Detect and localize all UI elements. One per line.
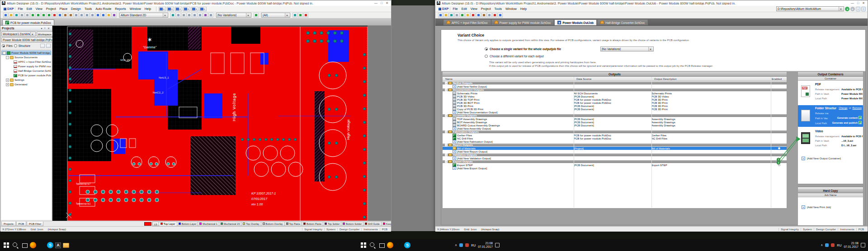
layer-tab-keep-out-layer[interactable]: Keep-Out Layer [382, 222, 391, 226]
utility-tool[interactable] [167, 7, 174, 11]
maximize-button[interactable]: □ [381, 1, 382, 5]
menu-file[interactable]: File [16, 7, 24, 11]
status-panel-system[interactable]: System [801, 228, 814, 231]
menu-window[interactable]: Window [128, 7, 143, 11]
copy-icon[interactable] [476, 13, 481, 18]
status-panel-design-compiler[interactable]: Design Compiler [814, 228, 838, 231]
per-output-variant-radio[interactable] [485, 55, 488, 58]
remove-link[interactable]: Remove [853, 107, 862, 109]
minimize-button[interactable]: — [851, 1, 854, 5]
start-icon[interactable] [360, 242, 367, 249]
output-row-add-new-validation-output[interactable]: +[Add New Validation Output] [443, 157, 787, 160]
panel-menu-icon[interactable]: ▾ [40, 27, 43, 30]
copy-icon[interactable] [57, 13, 62, 18]
output-row-top-assembly-drawings[interactable]: TOP Assembly Drawings[PCB Document]Assem… [443, 117, 787, 121]
column-header-enabled[interactable]: Enabled [772, 77, 782, 81]
home-nav-icon[interactable]: ⌂ [856, 7, 860, 11]
output-row-board-cutout-assembly-drawings[interactable]: BOARD Cutout Assembly Drawings[PCB Docum… [443, 124, 787, 127]
search-icon[interactable] [12, 242, 19, 249]
cross-probe-icon[interactable] [106, 13, 111, 18]
output-row-copy-of-pcb-3d-print[interactable]: Copy of PCB 3D Print[PCB Document]PCB 3D… [443, 107, 787, 111]
paste-icon[interactable] [63, 13, 68, 18]
menu-project[interactable]: Project [44, 7, 58, 11]
video-container[interactable]: Video Release managementAvailable to PCB… [798, 130, 863, 150]
layer-tab-bottom-solder[interactable]: Bottom Solder [341, 222, 363, 226]
menu-tools[interactable]: Tools [83, 7, 94, 11]
output-group-export-outputs[interactable]: -Export Outputs [443, 160, 787, 163]
output-row-bill-of-materials[interactable]: Bill of Materials[Project]Bill of Materi… [443, 147, 787, 150]
tree-item-apfc-input-filter-schdoc[interactable]: APFC + Input Filter.SchDoc [1, 60, 51, 64]
layer-set-button[interactable]: LS [152, 222, 159, 226]
app-red-icon[interactable] [38, 242, 45, 249]
grid-tool[interactable] [199, 7, 207, 11]
collapse-icon[interactable]: - [445, 114, 448, 117]
zoom-document-icon[interactable] [47, 13, 52, 18]
minimize-button[interactable]: — [374, 1, 377, 5]
tray-chevron-icon[interactable]: ∧ [821, 243, 823, 247]
tree-item-settings[interactable]: +Settings [1, 78, 51, 82]
tree-item-generated[interactable]: +Generated [1, 82, 51, 87]
view-configuration-combo[interactable]: Altium Standard 2D▼ [119, 13, 168, 18]
output-group-netlist-outputs[interactable]: -Netlist Outputs [443, 81, 787, 85]
menu-project[interactable]: Project [479, 7, 493, 11]
layer-tab-mechanical-1[interactable]: Mechanical 1 [198, 222, 219, 226]
output-row-export-step[interactable]: Export STEP[PCB Document]Export STEP [443, 163, 787, 167]
open-document-icon[interactable] [443, 13, 448, 18]
undo-icon[interactable] [95, 13, 100, 18]
add-output-container-button[interactable]: + [Add New Output Container] [802, 157, 841, 160]
output-row-add-new-report-output[interactable]: +[Add New Report Output] [443, 150, 787, 153]
panel-options-icon[interactable] [46, 44, 51, 48]
paste-icon[interactable] [481, 13, 486, 18]
panel-close-icon[interactable]: ✕ [47, 27, 51, 30]
search-icon[interactable] [369, 242, 376, 249]
status-panel-pcb[interactable]: PCB [856, 228, 866, 231]
status-panel-instruments[interactable]: Instruments [838, 228, 856, 231]
collapse-icon[interactable]: - [445, 153, 448, 156]
wiring-tool[interactable] [159, 7, 166, 11]
back-nav-icon[interactable]: ◂ [845, 7, 849, 11]
clear-selection-icon[interactable] [90, 13, 95, 18]
filter-clear-icon[interactable] [303, 13, 308, 18]
apply-variant-icon[interactable] [254, 13, 259, 18]
column-header-name[interactable]: Name [445, 77, 453, 81]
panel-tab-pcb-filter[interactable]: PCB Filter [27, 222, 43, 226]
pdf-container[interactable]: PDF Release managementAvailable to PCB R… [798, 83, 863, 103]
select-area-icon[interactable] [74, 13, 79, 18]
layer-tab-bottom-paste[interactable]: Bottom Paste [302, 222, 323, 226]
workspace-combo[interactable]: Workspace1.DsnWrk▼ [1, 32, 36, 37]
redo-icon[interactable] [101, 13, 106, 18]
print-preview-icon[interactable] [454, 13, 459, 18]
collapse-icon[interactable]: - [445, 160, 448, 163]
menu-file[interactable]: File [451, 7, 459, 11]
expand-icon[interactable]: + [6, 79, 9, 82]
status-panel-signal-integrity[interactable]: Signal Integrity [302, 228, 324, 231]
tree-item-source-documents[interactable]: -Source Documents [1, 55, 51, 60]
save-document-icon[interactable] [449, 13, 454, 18]
menu-edit[interactable]: Edit [460, 7, 469, 11]
menu-view[interactable]: View [34, 7, 44, 11]
help-icon[interactable] [498, 13, 503, 18]
offset-selection-icon[interactable] [85, 13, 90, 18]
new-document-icon[interactable] [3, 13, 8, 18]
layer-tab-bottom-overlay[interactable]: Bottom Overlay [261, 222, 285, 226]
alignment-tool[interactable] [175, 7, 182, 11]
skype-icon[interactable]: S [404, 242, 410, 248]
menu-auto-route[interactable]: Auto Route [94, 7, 113, 11]
language-indicator[interactable]: RU [471, 244, 476, 247]
filter-zoom-icon[interactable] [298, 13, 303, 18]
layer-tab-top-overlay[interactable]: Top Overlay [241, 222, 261, 226]
zoom-in-icon[interactable] [30, 13, 35, 18]
print-preview-icon[interactable] [25, 13, 30, 18]
language-indicator[interactable]: RU [837, 244, 841, 247]
tab-power-supply-for-pwm-module-schdoc[interactable]: Power supply for PWM module.SchDoc [491, 19, 554, 25]
panel-tab-projects[interactable]: Projects [1, 222, 16, 226]
maximize-button[interactable]: □ [857, 1, 859, 5]
menu-reports[interactable]: Reports [113, 7, 128, 11]
generate-content-button[interactable]: Generate content➜ [837, 116, 862, 119]
menu-window[interactable]: Window [504, 7, 519, 11]
layer-tab-top-solder[interactable]: Top Solder [323, 222, 341, 226]
column-header-output-description[interactable]: Output Description [654, 77, 677, 81]
output-row-pcb-3d-bot-print[interactable]: PCB 3D BOT PrintPCB for power module.Pcb… [443, 101, 787, 104]
interactive-route-icon[interactable] [170, 13, 175, 18]
output-row-schematic-prints[interactable]: Schematic PrintsAll SCH DocumentsSchemat… [443, 92, 787, 95]
